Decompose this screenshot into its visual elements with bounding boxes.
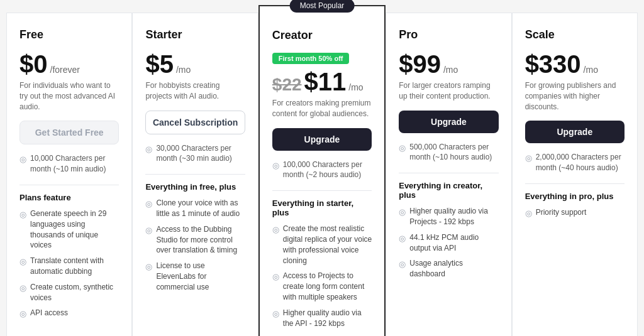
- characters-starter: ◎ 30,000 Characters per month (~30 min a…: [145, 143, 245, 165]
- feature-text: 44.1 kHz PCM audio output via API: [409, 232, 498, 254]
- feature-text: Clone your voice with as little as 1 min…: [156, 198, 245, 219]
- feature-text: Priority support: [536, 207, 587, 218]
- feature-item: ◎ Access to the Dubbing Studio for more …: [145, 224, 245, 256]
- features-label-free: Plans feature: [19, 193, 119, 202]
- price-row-starter: $5/mo: [145, 51, 245, 77]
- price-creator: $11: [304, 69, 347, 94]
- feature-check-icon: ◎: [145, 225, 152, 236]
- feature-item: ◎ Translate content with automatic dubbi…: [19, 256, 119, 277]
- feature-item: ◎ Priority support: [525, 207, 625, 219]
- feature-item: ◎ Higher quality audio via the API - 192…: [272, 308, 372, 329]
- feature-check-icon: ◎: [272, 224, 279, 236]
- features-label-pro: Everything in creator, plus: [399, 181, 498, 200]
- feature-text: Higher quality audio via Projects - 192 …: [409, 206, 498, 227]
- price-period-free: /forever: [50, 65, 80, 75]
- feature-item: ◎ Generate speech in 29 languages using …: [19, 209, 119, 251]
- divider: [145, 174, 245, 175]
- plan-button-creator[interactable]: Upgrade: [272, 128, 372, 151]
- feature-item: ◎ Higher quality audio via Projects - 19…: [399, 206, 498, 227]
- plan-name-starter: Starter: [145, 28, 245, 41]
- plan-button-pro[interactable]: Upgrade: [399, 111, 498, 133]
- pricing-container: Free$0/foreverFor individuals who want t…: [6, 13, 638, 336]
- price-pro: $99: [399, 51, 441, 77]
- features-label-scale: Everything in pro, plus: [525, 192, 625, 201]
- feature-text: Translate content with automatic dubbing: [30, 256, 119, 277]
- plan-button-starter[interactable]: Cancel Subscription: [145, 111, 245, 134]
- price-period-scale: /mo: [584, 65, 598, 75]
- feature-check-icon: ◎: [145, 198, 152, 210]
- plan-description-starter: For hobbyists creating projects with AI …: [145, 80, 245, 102]
- plan-description-pro: For larger creators ramping up their con…: [399, 80, 498, 102]
- characters-free: ◎ 10,000 Characters per month (~10 min a…: [19, 153, 119, 175]
- price-period-pro: /mo: [443, 65, 458, 75]
- check-icon: ◎: [399, 143, 406, 154]
- feature-check-icon: ◎: [399, 233, 406, 244]
- feature-item: ◎ Clone your voice with as little as 1 m…: [145, 198, 245, 219]
- check-icon: ◎: [272, 160, 279, 171]
- feature-text: Access to Projects to create long form c…: [283, 271, 372, 302]
- feature-item: ◎ Usage analytics dashboard: [399, 258, 498, 279]
- plan-button-free: Get Started Free: [19, 121, 119, 144]
- characters-pro: ◎ 500,000 Characters per month (~10 hour…: [399, 142, 498, 163]
- feature-item: ◎ 44.1 kHz PCM audio output via API: [399, 232, 498, 254]
- plan-card-starter: Starter$5/moFor hobbyists creating proje…: [132, 13, 258, 336]
- feature-check-icon: ◎: [272, 271, 279, 283]
- most-popular-badge: Most Popular: [290, 0, 355, 13]
- price-original-creator: $22: [272, 76, 302, 94]
- divider: [399, 173, 498, 173]
- feature-check-icon: ◎: [399, 207, 406, 218]
- price-free: $0: [19, 51, 48, 77]
- price-period-creator: /mo: [348, 82, 363, 92]
- feature-text: API access: [30, 308, 68, 318]
- feature-text: Create the most realistic digital replic…: [283, 224, 372, 266]
- characters-scale: ◎ 2,000,000 Characters per month (~40 ho…: [525, 152, 625, 173]
- feature-text: License to use ElevenLabs for commercial…: [156, 261, 245, 292]
- divider: [525, 183, 625, 184]
- plan-card-creator: Most PopularCreatorFirst month 50% off$2…: [258, 5, 386, 336]
- features-label-creator: Everything in starter, plus: [272, 198, 372, 217]
- divider: [19, 185, 119, 185]
- plan-description-free: For individuals who want to try out the …: [19, 80, 119, 112]
- plan-name-pro: Pro: [399, 28, 498, 41]
- price-row-pro: $99/mo: [399, 51, 498, 77]
- promo-badge-creator: First month 50% off: [272, 53, 350, 64]
- feature-check-icon: ◎: [399, 259, 406, 270]
- feature-item: ◎ Access to Projects to create long form…: [272, 271, 372, 302]
- price-row-scale: $330/mo: [525, 51, 625, 77]
- feature-item: ◎ Create custom, synthetic voices: [19, 282, 119, 303]
- plan-card-scale: Scale$330/moFor growing publishers and c…: [512, 13, 638, 336]
- feature-check-icon: ◎: [145, 261, 152, 273]
- features-label-starter: Everything in free, plus: [145, 182, 245, 192]
- feature-text: Higher quality audio via the API - 192 k…: [283, 308, 372, 329]
- plan-card-pro: Pro$99/moFor larger creators ramping up …: [386, 13, 511, 336]
- feature-check-icon: ◎: [19, 308, 26, 320]
- plan-button-scale[interactable]: Upgrade: [525, 121, 625, 143]
- plan-name-scale: Scale: [525, 28, 625, 41]
- price-period-starter: /mo: [176, 65, 191, 75]
- feature-check-icon: ◎: [19, 209, 26, 220]
- feature-check-icon: ◎: [19, 283, 26, 294]
- feature-item: ◎ API access: [19, 308, 119, 320]
- plan-name-creator: Creator: [272, 29, 372, 42]
- plan-name-free: Free: [19, 28, 119, 41]
- feature-text: Usage analytics dashboard: [409, 258, 498, 279]
- feature-text: Create custom, synthetic voices: [30, 282, 119, 303]
- feature-item: ◎ Create the most realistic digital repl…: [272, 224, 372, 266]
- price-scale: $330: [525, 51, 581, 77]
- check-icon: ◎: [145, 144, 152, 155]
- check-icon: ◎: [19, 154, 26, 165]
- feature-item: ◎ License to use ElevenLabs for commerci…: [145, 261, 245, 292]
- feature-text: Access to the Dubbing Studio for more co…: [156, 224, 245, 256]
- feature-check-icon: ◎: [525, 208, 532, 219]
- plan-description-creator: For creators making premium content for …: [272, 98, 372, 119]
- plan-description-scale: For growing publishers and companies wit…: [525, 80, 625, 112]
- plan-card-free: Free$0/foreverFor individuals who want t…: [6, 13, 132, 336]
- price-row-creator: $22$11/mo: [272, 69, 372, 94]
- price-row-free: $0/forever: [19, 51, 119, 77]
- feature-check-icon: ◎: [272, 308, 279, 320]
- divider: [272, 190, 372, 191]
- feature-text: Generate speech in 29 languages using th…: [30, 209, 119, 251]
- feature-check-icon: ◎: [19, 256, 26, 268]
- check-icon: ◎: [525, 153, 532, 164]
- price-starter: $5: [145, 51, 174, 77]
